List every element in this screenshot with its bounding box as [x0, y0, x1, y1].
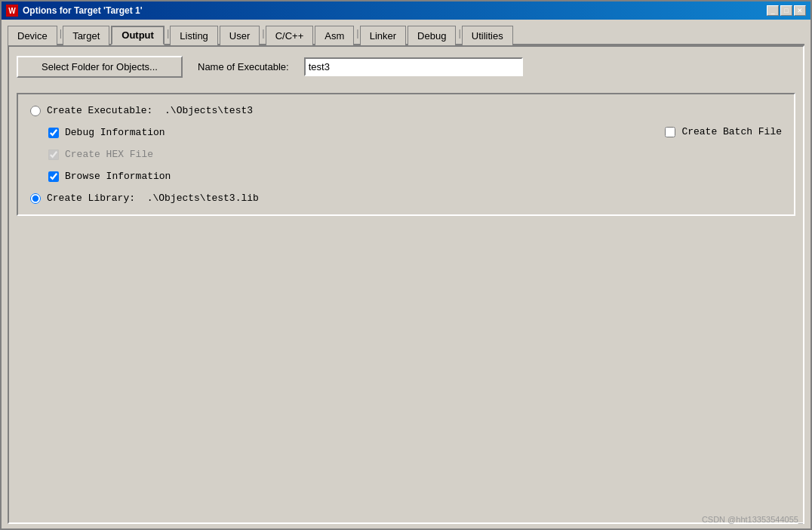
tab-sep-1: |: [60, 27, 62, 39]
create-hex-label: Create HEX File: [65, 149, 153, 160]
group-rows-left: Create Executable: .\Objects\test3 Debug…: [30, 105, 665, 204]
close-button[interactable]: ✕: [794, 5, 806, 16]
create-executable-radio[interactable]: [30, 106, 41, 116]
app-icon: W: [6, 5, 18, 17]
create-executable-label: Create Executable: .\Objects\test3: [47, 105, 253, 116]
create-batch-file-checkbox[interactable]: [665, 127, 675, 137]
tab-target[interactable]: Target: [63, 26, 109, 45]
top-row: Select Folder for Objects... Name of Exe…: [17, 56, 795, 78]
create-library-radio[interactable]: [30, 193, 41, 204]
debug-info-row: Debug Information: [30, 127, 665, 138]
debug-info-label: Debug Information: [65, 127, 165, 138]
tab-output[interactable]: Output: [111, 26, 165, 45]
tab-utilities[interactable]: Utilities: [462, 26, 513, 45]
create-hex-row: Create HEX File: [30, 149, 665, 160]
options-group: Create Executable: .\Objects\test3 Debug…: [17, 93, 795, 216]
tab-device[interactable]: Device: [8, 26, 57, 45]
maximize-button[interactable]: □: [780, 5, 792, 16]
browse-info-checkbox[interactable]: [48, 171, 59, 182]
executable-input[interactable]: [304, 57, 523, 76]
browse-info-row: Browse Information: [30, 171, 665, 182]
main-panel: Select Folder for Objects... Name of Exe…: [8, 45, 804, 524]
title-bar-left: W Options for Target 'Target 1': [6, 5, 143, 17]
select-folder-button[interactable]: Select Folder for Objects...: [17, 56, 183, 78]
group-rows-right: Create Batch File: [665, 126, 782, 137]
tab-sep-4: |: [356, 27, 358, 39]
create-executable-row: Create Executable: .\Objects\test3: [30, 105, 665, 116]
tab-linker[interactable]: Linker: [360, 26, 406, 45]
tab-bar: Device | Target Output | Listing User | …: [8, 24, 804, 45]
create-batch-file-label: Create Batch File: [681, 126, 782, 137]
main-window: W Options for Target 'Target 1' _ □ ✕ De…: [0, 0, 812, 530]
create-library-label: Create Library: .\Objects\test3.lib: [47, 193, 259, 204]
minimize-button[interactable]: _: [767, 5, 779, 16]
tab-user[interactable]: User: [220, 26, 260, 45]
browse-info-label: Browse Information: [65, 171, 171, 182]
tab-sep-3: |: [262, 27, 264, 39]
tab-cpp[interactable]: C/C++: [266, 26, 314, 45]
group-box-content: Create Executable: .\Objects\test3 Debug…: [30, 105, 782, 204]
title-bar: W Options for Target 'Target 1' _ □ ✕: [2, 2, 810, 20]
title-bar-controls: _ □ ✕: [767, 5, 806, 16]
debug-info-checkbox[interactable]: [48, 128, 59, 138]
tab-sep-2: |: [167, 27, 169, 39]
window-title: Options for Target 'Target 1': [23, 5, 143, 16]
watermark: CSDN @hht13353544055_: [702, 515, 803, 524]
tab-asm[interactable]: Asm: [315, 26, 354, 45]
create-hex-checkbox[interactable]: [48, 149, 59, 160]
executable-label: Name of Executable:: [198, 61, 289, 72]
create-library-row: Create Library: .\Objects\test3.lib: [30, 193, 665, 204]
window-content: Device | Target Output | Listing User | …: [2, 20, 810, 528]
tab-listing[interactable]: Listing: [170, 26, 218, 45]
tab-debug[interactable]: Debug: [408, 26, 456, 45]
tab-sep-5: |: [458, 27, 460, 39]
